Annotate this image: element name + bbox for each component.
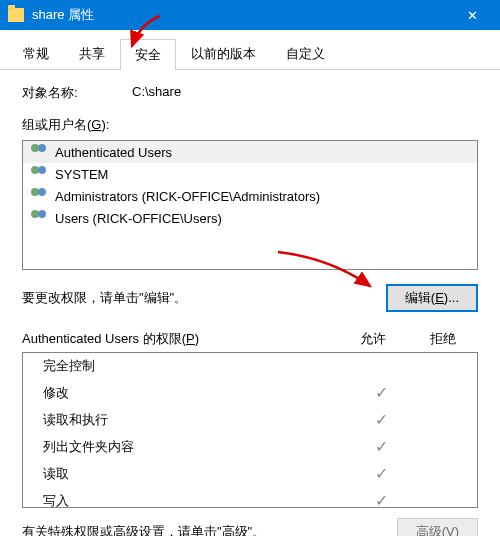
people-icon [29, 144, 49, 160]
permissions-header: Authenticated Users 的权限(P) 允许 拒绝 [22, 330, 478, 348]
permission-allow: ✓ [351, 437, 411, 456]
permission-name: 列出文件夹内容 [29, 438, 351, 456]
permission-row: 写入✓ [23, 487, 477, 508]
group-item-label: SYSTEM [55, 167, 108, 182]
advanced-button[interactable]: 高级(V) [397, 518, 478, 536]
group-item[interactable]: Administrators (RICK-OFFICE\Administrato… [23, 185, 477, 207]
group-item[interactable]: SYSTEM [23, 163, 477, 185]
groups-listbox[interactable]: Authenticated UsersSYSTEMAdministrators … [22, 140, 478, 270]
permissions-col-deny: 拒绝 [408, 330, 478, 348]
group-item-label: Administrators (RICK-OFFICE\Administrato… [55, 189, 320, 204]
advanced-hint: 有关特殊权限或高级设置，请单击"高级"。 [22, 523, 265, 536]
tab-3[interactable]: 以前的版本 [176, 38, 271, 69]
window-title: share 属性 [32, 6, 452, 24]
tab-strip: 常规共享安全以前的版本自定义 [0, 30, 500, 70]
permission-allow: ✓ [351, 464, 411, 483]
group-item-label: Authenticated Users [55, 145, 172, 160]
edit-hint-row: 要更改权限，请单击"编辑"。 编辑(E)... [22, 284, 478, 312]
permission-row: 列出文件夹内容✓ [23, 433, 477, 460]
advanced-row: 有关特殊权限或高级设置，请单击"高级"。 高级(V) [22, 518, 478, 536]
tab-2[interactable]: 安全 [120, 39, 176, 70]
tab-1[interactable]: 共享 [64, 38, 120, 69]
tab-content-security: 对象名称: C:\share 组或用户名(G): Authenticated U… [0, 70, 500, 536]
group-item[interactable]: Users (RICK-OFFICE\Users) [23, 207, 477, 229]
object-name-label: 对象名称: [22, 84, 132, 102]
permission-row: 读取✓ [23, 460, 477, 487]
close-button[interactable]: ✕ [452, 0, 492, 30]
tab-4[interactable]: 自定义 [271, 38, 340, 69]
group-item[interactable]: Authenticated Users [23, 141, 477, 163]
permission-name: 读取和执行 [29, 411, 351, 429]
permission-row: 修改✓ [23, 379, 477, 406]
groups-label: 组或用户名(G): [22, 116, 478, 134]
permission-allow: ✓ [351, 491, 411, 508]
permission-row: 读取和执行✓ [23, 406, 477, 433]
object-name-row: 对象名称: C:\share [22, 84, 478, 102]
permissions-header-name: Authenticated Users 的权限(P) [22, 330, 338, 348]
people-icon [29, 166, 49, 182]
titlebar: share 属性 ✕ [0, 0, 500, 30]
permission-name: 完全控制 [29, 357, 351, 375]
permission-row: 完全控制 [23, 353, 477, 379]
object-name-value: C:\share [132, 84, 181, 102]
permission-allow: ✓ [351, 410, 411, 429]
permission-name: 读取 [29, 465, 351, 483]
permissions-col-allow: 允许 [338, 330, 408, 348]
permission-name: 写入 [29, 492, 351, 509]
edit-button[interactable]: 编辑(E)... [386, 284, 478, 312]
permission-name: 修改 [29, 384, 351, 402]
group-item-label: Users (RICK-OFFICE\Users) [55, 211, 222, 226]
permissions-listbox[interactable]: 完全控制修改✓读取和执行✓列出文件夹内容✓读取✓写入✓ [22, 352, 478, 508]
edit-hint-text: 要更改权限，请单击"编辑"。 [22, 289, 187, 307]
permission-allow: ✓ [351, 383, 411, 402]
people-icon [29, 210, 49, 226]
tab-0[interactable]: 常规 [8, 38, 64, 69]
people-icon [29, 188, 49, 204]
folder-icon [8, 8, 24, 22]
